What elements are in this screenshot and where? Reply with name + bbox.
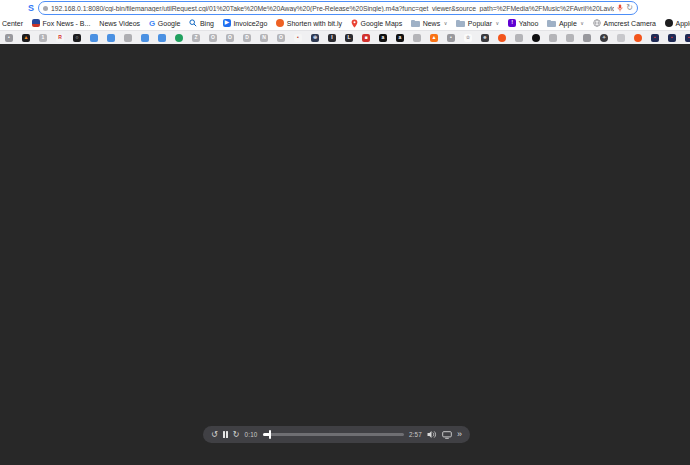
tab-favicon[interactable]: [141, 34, 149, 42]
tab-favicon[interactable]: ■: [362, 34, 370, 42]
tab-favicon[interactable]: ▪: [668, 34, 676, 42]
tab-favicon[interactable]: •: [5, 34, 13, 42]
tab-favicon[interactable]: [566, 34, 574, 42]
tab-favicon[interactable]: ✦: [600, 34, 608, 42]
bookmark-item[interactable]: ▶Invoice2go: [223, 19, 267, 27]
tab-favicon[interactable]: [617, 34, 625, 42]
bookmark-item[interactable]: Apple∨: [547, 19, 584, 27]
tab-favicon[interactable]: a: [379, 34, 387, 42]
folder-icon: [411, 21, 420, 27]
bookmark-item[interactable]: Popular∨: [456, 19, 499, 27]
more-controls-icon[interactable]: »: [457, 430, 462, 439]
reload-icon[interactable]: ↻: [626, 4, 633, 12]
tab-favicon[interactable]: ▪: [651, 34, 659, 42]
duration-time: 2:57: [409, 431, 422, 438]
url-field[interactable]: 192.168.0.1:8080/cgi-bin/filemanager/uti…: [38, 1, 638, 15]
tab-favicon[interactable]: O: [226, 34, 234, 42]
media-player-controls: ↺ ↻ 0:10 2:57 »: [203, 426, 470, 443]
tab-favicon-row: •▲1R○ZOODNO•⊕IL■aa▲•☆☻✦▪▪▪▪▪: [0, 30, 690, 44]
bookmark-item[interactable]: GGoogle: [149, 19, 180, 28]
window-mark: S: [28, 3, 34, 13]
tab-favicon[interactable]: •: [447, 34, 455, 42]
url-text[interactable]: 192.168.0.1:8080/cgi-bin/filemanager/uti…: [51, 5, 614, 12]
bookmark-label: News Videos: [99, 20, 140, 27]
media-viewport: [0, 44, 690, 465]
tab-favicon[interactable]: Z: [192, 34, 200, 42]
browser-titlebar: S 192.168.0.1:8080/cgi-bin/filemanager/u…: [0, 0, 690, 16]
chevron-down-icon: ∨: [580, 20, 584, 26]
pip-display-icon[interactable]: [442, 431, 452, 439]
search-icon: [189, 19, 197, 27]
tab-favicon[interactable]: [175, 34, 183, 42]
bookmark-item[interactable]: !Yahoo: [508, 19, 538, 27]
bookmark-label: News: [423, 20, 441, 27]
bookmark-label: Yahoo: [519, 20, 539, 27]
tab-favicon[interactable]: [583, 34, 591, 42]
bookmark-label: Center: [2, 20, 23, 27]
bookmark-label: Bing: [200, 20, 214, 27]
tab-favicon[interactable]: •: [294, 34, 302, 42]
tab-favicon[interactable]: ▲: [22, 34, 30, 42]
elapsed-time: 0:10: [245, 431, 258, 438]
bookmark-label: Invoice2go: [233, 20, 267, 27]
tab-favicon[interactable]: [158, 34, 166, 42]
bookmark-item[interactable]: Google Maps: [351, 19, 402, 28]
bookmark-favicon: ▶: [223, 19, 231, 27]
tab-favicon[interactable]: L: [345, 34, 353, 42]
seek-forward-button[interactable]: ↻: [233, 431, 240, 439]
seek-back-button[interactable]: ↺: [211, 431, 218, 439]
tab-favicon[interactable]: R: [56, 34, 64, 42]
folder-icon: [456, 21, 465, 27]
bookmark-label: Apple: [559, 20, 577, 27]
bookmark-item[interactable]: News∨: [411, 19, 447, 27]
bookmark-label: Apple: [676, 20, 690, 27]
tab-favicon[interactable]: [549, 34, 557, 42]
bookmark-label: Fox News - B...: [43, 20, 91, 27]
tab-favicon[interactable]: [498, 34, 506, 42]
google-icon: G: [149, 19, 155, 28]
tab-favicon[interactable]: [124, 34, 132, 42]
tab-favicon[interactable]: [532, 34, 540, 42]
progress-bar[interactable]: [263, 433, 404, 436]
tab-favicon[interactable]: ⊕: [311, 34, 319, 42]
bookmark-label: Google Maps: [361, 20, 403, 27]
tab-favicon[interactable]: D: [243, 34, 251, 42]
tab-favicon[interactable]: O: [277, 34, 285, 42]
map-pin-icon: [351, 19, 358, 28]
tab-favicon[interactable]: O: [209, 34, 217, 42]
tab-favicon[interactable]: [413, 34, 421, 42]
progress-thumb[interactable]: [269, 430, 271, 439]
bookmark-favicon: !: [508, 19, 516, 27]
bookmark-item[interactable]: Center: [2, 20, 23, 27]
bookmark-item[interactable]: Shorten with bit.ly: [276, 19, 342, 27]
folder-icon: [547, 21, 556, 27]
tab-favicon[interactable]: 1: [39, 34, 47, 42]
pause-button[interactable]: [223, 431, 228, 438]
bookmark-item[interactable]: News Videos: [99, 20, 140, 27]
bookmark-item[interactable]: Apple: [665, 19, 690, 27]
tab-favicon[interactable]: ▪: [685, 34, 690, 42]
tab-favicon[interactable]: [634, 34, 642, 42]
tab-favicon[interactable]: N: [260, 34, 268, 42]
mic-icon[interactable]: [617, 4, 623, 12]
tab-favicon[interactable]: [515, 34, 523, 42]
tab-favicon[interactable]: ○: [73, 34, 81, 42]
volume-icon[interactable]: [427, 430, 437, 439]
bookmark-label: Google: [158, 20, 181, 27]
tab-favicon[interactable]: ▲: [430, 34, 438, 42]
globe-icon: [593, 19, 601, 27]
tab-favicon[interactable]: ☆: [464, 34, 472, 42]
tab-favicon[interactable]: a: [396, 34, 404, 42]
bookmark-favicon: [276, 19, 284, 27]
chevron-down-icon: ∨: [444, 20, 448, 26]
bookmark-item[interactable]: Bing: [189, 19, 214, 27]
bookmark-label: Shorten with bit.ly: [287, 20, 342, 27]
bookmark-item[interactable]: Fox News - B...: [32, 19, 90, 27]
tab-favicon[interactable]: [90, 34, 98, 42]
bookmark-favicon: [665, 19, 673, 27]
chevron-down-icon: ∨: [496, 20, 500, 26]
tab-favicon[interactable]: [107, 34, 115, 42]
tab-favicon[interactable]: I: [328, 34, 336, 42]
bookmark-item[interactable]: Amcrest Camera: [593, 19, 656, 27]
tab-favicon[interactable]: ☻: [481, 34, 489, 42]
